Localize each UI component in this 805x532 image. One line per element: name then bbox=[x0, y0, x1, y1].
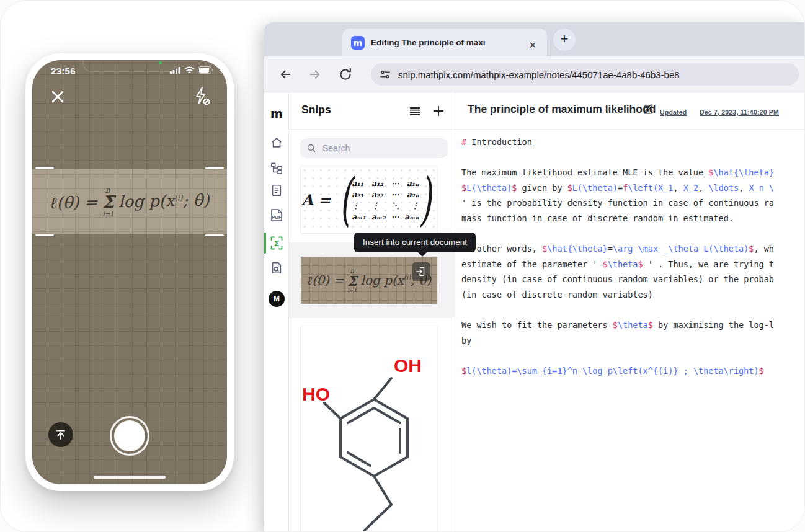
flash-toggle-button[interactable] bbox=[192, 86, 211, 106]
search-input[interactable] bbox=[321, 143, 433, 154]
shutter-button[interactable] bbox=[110, 416, 149, 456]
doc-content[interactable]: # Introduction The maximum likelihood es… bbox=[461, 135, 805, 379]
formula-rhs: log p(x(i); θ) bbox=[118, 191, 210, 211]
rename-button[interactable] bbox=[642, 104, 654, 116]
document-title: The principle of maximum likelihood bbox=[468, 103, 656, 116]
sidebar-item-projects[interactable] bbox=[264, 159, 289, 177]
mathpix-app: m bbox=[264, 92, 805, 532]
snips-title: Snips bbox=[301, 104, 331, 117]
code-line: # Introduction bbox=[461, 135, 805, 150]
code-line: In other words, $\hat{\theta}=\arg \max … bbox=[461, 241, 805, 257]
updated-timestamp[interactable]: Dec 7, 2023, 11:40:20 PM bbox=[700, 109, 779, 116]
code-line: estimate of the parameter ' $\theta$ ' .… bbox=[461, 257, 805, 272]
tree-icon bbox=[270, 161, 283, 175]
svg-text:PDF: PDF bbox=[272, 215, 282, 220]
site-settings-icon bbox=[380, 69, 391, 80]
mathpix-logo[interactable]: m bbox=[264, 105, 289, 123]
document-search-icon bbox=[270, 261, 283, 275]
code-line bbox=[461, 348, 805, 363]
svg-text:HO: HO bbox=[302, 384, 330, 404]
document-panel: The principle of maximum likelihood Upda… bbox=[455, 92, 805, 532]
forward-button[interactable] bbox=[308, 67, 322, 82]
camera-close-button[interactable] bbox=[48, 87, 67, 106]
pdf-icon: PDF bbox=[269, 207, 284, 223]
snips-search[interactable] bbox=[300, 138, 448, 158]
crop-handle-top-left[interactable] bbox=[35, 167, 54, 169]
sidebar-item-ocr[interactable] bbox=[264, 259, 289, 277]
formula-lhs: ℓ(θ) = bbox=[50, 192, 97, 212]
tab-title-fade bbox=[501, 36, 522, 50]
back-button[interactable] bbox=[278, 67, 293, 82]
code-line: We wish to fit the parameters $\theta$ b… bbox=[461, 317, 805, 333]
browser-window: m Editing The principle of maxi ✕ + s bbox=[264, 22, 805, 532]
tab-title: Editing The principle of maxi bbox=[371, 38, 518, 47]
sidebar-item-documents[interactable] bbox=[264, 181, 289, 200]
code-line: density (in case of continuous random va… bbox=[461, 272, 805, 287]
browser-tab[interactable]: m Editing The principle of maxi ✕ bbox=[342, 29, 547, 56]
document-header: The principle of maximum likelihood Upda… bbox=[455, 92, 805, 130]
tab-strip: m Editing The principle of maxi ✕ + bbox=[264, 22, 805, 56]
mathpix-favicon: m bbox=[351, 36, 365, 50]
insert-into-document-icon bbox=[416, 266, 427, 277]
search-icon bbox=[306, 143, 316, 153]
snips-panel: Snips A = bbox=[289, 92, 455, 532]
cellular-signal-icon bbox=[170, 66, 181, 74]
snip-card-matrix[interactable]: A = ( a₁₁a₁₂⋯a₁ₙa₂₁a₂₂⋯a₂ₙ⋮⋮⋱⋮aₘ₁aₘ₂⋯aₘₙ… bbox=[300, 166, 438, 234]
insert-tooltip: Insert into current document bbox=[354, 233, 476, 252]
add-snip-button[interactable] bbox=[432, 104, 445, 118]
home-indicator[interactable] bbox=[94, 476, 166, 479]
code-line: $l(\theta)=\sum_{i=1}^n \log p\left(x^{(… bbox=[461, 363, 805, 379]
chemical-structure-drawing: OH HO bbox=[301, 326, 438, 532]
home-icon bbox=[270, 136, 283, 149]
upload-icon bbox=[55, 428, 67, 441]
document-icon bbox=[270, 184, 283, 197]
handwritten-formula: ℓ(θ) = n Σ i=1 log p(x(i); θ) bbox=[32, 167, 227, 235]
app-sidebar: m bbox=[264, 92, 289, 532]
avatar: M bbox=[269, 291, 285, 307]
wifi-icon bbox=[184, 66, 195, 74]
crop-handle-bottom-right[interactable] bbox=[205, 234, 224, 236]
address-bar[interactable]: snip.mathpix.com/mathpix-example/notes/4… bbox=[371, 63, 799, 86]
flash-off-icon bbox=[192, 86, 211, 106]
snips-header: Snips bbox=[289, 92, 455, 130]
sidebar-item-pdf[interactable]: PDF bbox=[264, 206, 289, 224]
reload-button[interactable] bbox=[338, 67, 353, 82]
insert-snip-button[interactable] bbox=[412, 262, 430, 281]
browser-toolbar: snip.mathpix.com/mathpix-example/notes/4… bbox=[264, 56, 805, 92]
sidebar-item-snips-active[interactable]: Σ bbox=[264, 234, 289, 252]
snip-card-chemistry[interactable]: OH HO bbox=[300, 326, 438, 532]
code-line: by bbox=[461, 333, 805, 348]
shutter-inner-circle bbox=[114, 420, 145, 451]
close-icon bbox=[48, 87, 67, 106]
matrix-drawing: A = ( a₁₁a₁₂⋯a₁ₙa₂₁a₂₂⋯a₂ₙ⋮⋮⋱⋮aₘ₁aₘ₂⋯aₘₙ… bbox=[301, 179, 436, 221]
url-text: snip.mathpix.com/mathpix-example/notes/4… bbox=[398, 69, 680, 80]
code-line: (in case of discrete random variables) bbox=[461, 287, 805, 303]
battery-icon bbox=[198, 66, 213, 74]
updated-label[interactable]: Updated bbox=[660, 109, 687, 116]
code-line bbox=[461, 150, 805, 166]
snip-sigma-icon: Σ bbox=[269, 236, 284, 250]
list-view-button[interactable] bbox=[408, 104, 422, 118]
new-tab-button[interactable]: + bbox=[553, 29, 576, 51]
svg-text:OH: OH bbox=[394, 355, 422, 376]
code-line: The maximum likelihood estimate MLE is t… bbox=[461, 165, 805, 180]
code-line: $L(\theta)$ given by $L(\theta)=f\left(X… bbox=[461, 180, 805, 196]
matrix-grid: a₁₁a₁₂⋯a₁ₙa₂₁a₂₂⋯a₂ₙ⋮⋮⋱⋮aₘ₁aₘ₂⋯aₘₙ bbox=[352, 179, 419, 221]
svg-text:Σ: Σ bbox=[274, 239, 280, 248]
phone-camera-screen: 23:56 bbox=[32, 60, 227, 484]
formula-sum: n Σ i=1 bbox=[102, 186, 115, 217]
phone-mockup: 23:56 bbox=[25, 53, 234, 491]
sidebar-item-home[interactable] bbox=[264, 133, 289, 152]
code-line bbox=[461, 226, 805, 242]
screenshot-canvas: 23:56 bbox=[0, 0, 805, 532]
tab-close-button[interactable]: ✕ bbox=[527, 40, 538, 51]
code-line bbox=[461, 303, 805, 318]
svg-text:m: m bbox=[270, 107, 283, 120]
sidebar-avatar[interactable]: M bbox=[264, 290, 289, 308]
upload-button[interactable] bbox=[48, 422, 73, 447]
status-time: 23:56 bbox=[51, 66, 76, 76]
code-line: mass function in case of discrete random… bbox=[461, 211, 805, 226]
phone-status-bar: 23:56 bbox=[32, 60, 227, 81]
code-line: ' is the probability density function in… bbox=[461, 195, 805, 211]
